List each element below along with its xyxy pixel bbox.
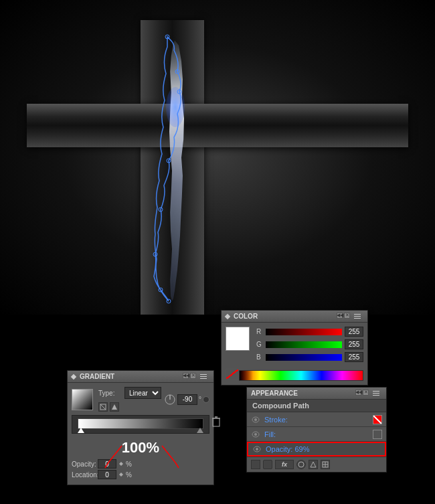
color-spectrum-container [226, 367, 363, 381]
svg-marker-10 [112, 404, 117, 410]
stroke-swatch[interactable] [373, 415, 382, 424]
appearance-fill-label: Fill: [264, 430, 373, 438]
color-g-slider[interactable] [266, 341, 342, 348]
appearance-opacity-label: Opacity: 69% [266, 445, 309, 453]
color-panel: COLOR ◀◀ ✕ R G [221, 310, 368, 386]
footer-fx-icon[interactable]: fx [275, 460, 294, 469]
gradient-opacity-label: Opacity: [72, 460, 95, 468]
color-r-value[interactable] [345, 327, 363, 337]
gradient-location-input[interactable] [98, 470, 116, 479]
panels-area: COLOR ◀◀ ✕ R G [0, 310, 435, 504]
color-spectrum-bar[interactable] [239, 370, 363, 381]
color-b-value[interactable] [345, 352, 363, 362]
svg-point-27 [298, 462, 304, 467]
color-sliders-container: R G B [256, 327, 363, 365]
gradient-opacity-pct: % [126, 460, 132, 468]
gradient-angle-icon [164, 394, 176, 406]
svg-point-26 [256, 448, 258, 450]
gradient-type-label: Type: [98, 390, 122, 397]
color-panel-menu[interactable] [354, 313, 363, 321]
location-stepper[interactable] [119, 473, 123, 477]
color-white-swatch[interactable] [226, 327, 250, 351]
footer-circle-icon[interactable] [296, 460, 306, 469]
footer-grid-icon[interactable] [321, 460, 330, 469]
gradient-icon-2[interactable] [110, 402, 119, 412]
color-g-label: G [256, 341, 263, 348]
svg-point-24 [254, 433, 257, 436]
svg-line-9 [100, 404, 106, 410]
color-r-row: R [256, 327, 363, 337]
opacity-visibility-icon[interactable] [252, 444, 262, 454]
opacity-stepper[interactable] [119, 462, 123, 466]
color-panel-close[interactable]: ✕ [344, 313, 350, 319]
gradient-diamond-icon [71, 373, 76, 379]
svg-point-21 [254, 418, 257, 421]
gradient-angle-input[interactable] [177, 394, 197, 405]
color-none-indicator [226, 369, 239, 380]
canvas-background [0, 0, 435, 315]
gradient-panel-close[interactable]: ✕ [190, 373, 196, 379]
gradient-panel-title-area: GRADIENT [72, 373, 114, 380]
color-r-slider[interactable] [266, 329, 342, 335]
gradient-location-label: Location: [72, 471, 95, 479]
gradient-bar-area [72, 415, 209, 434]
gradient-slider-container [72, 415, 209, 434]
gradient-angle-dot[interactable] [203, 396, 209, 403]
footer-square-icon[interactable] [251, 460, 260, 469]
gradient-icon-1[interactable] [98, 402, 108, 412]
appearance-panel-label: APPEARANCE [251, 390, 298, 397]
gradient-opacity-display-area: 100% [72, 439, 209, 456]
footer-rounded-icon[interactable] [263, 460, 272, 469]
gradient-preview-swatch[interactable] [72, 389, 93, 410]
gradient-bar[interactable] [78, 418, 203, 429]
fill-visibility-icon[interactable] [251, 430, 260, 439]
gradient-type-row: Type: Linear Radial [72, 387, 209, 412]
color-g-value[interactable] [345, 339, 363, 349]
stroke-visibility-icon[interactable] [251, 415, 260, 424]
color-g-row: G [256, 339, 363, 349]
appearance-panel-close[interactable]: ✕ [363, 390, 369, 396]
appearance-fill-row: Fill: [247, 427, 386, 442]
gradient-panel-menu[interactable] [200, 373, 209, 381]
gradient-delete-icon[interactable] [212, 416, 222, 430]
svg-line-22 [373, 416, 381, 424]
blade-selection-path [154, 37, 194, 305]
appearance-stroke-row: Stroke: [247, 412, 386, 427]
gradient-panel: GRADIENT ◀◀ ✕ Type: Linear R [67, 370, 214, 485]
gradient-type-select[interactable]: Linear Radial [124, 387, 161, 399]
appearance-panel-header: APPEARANCE ◀◀ ✕ [247, 388, 386, 400]
appearance-opacity-row[interactable]: Opacity: 69% [247, 442, 386, 456]
color-diamond-icon [225, 313, 230, 319]
degree-symbol: ° [199, 396, 201, 403]
gradient-panel-collapse[interactable]: ◀◀ [183, 373, 189, 379]
appearance-path-title-row: Compound Path [247, 400, 386, 412]
cross-horizontal [27, 104, 408, 147]
svg-marker-28 [311, 462, 316, 467]
fill-swatch[interactable] [373, 430, 382, 439]
appearance-panel-controls: ◀◀ ✕ [355, 390, 382, 398]
gradient-location-pct: % [126, 471, 132, 479]
footer-triangle-icon[interactable] [309, 460, 318, 469]
color-panel-header: COLOR ◀◀ ✕ [222, 311, 367, 323]
gradient-opacity-input[interactable] [98, 459, 116, 469]
gradient-angle-area: ° [164, 394, 209, 406]
appearance-panel-title-area: APPEARANCE [251, 390, 298, 397]
svg-rect-13 [213, 418, 220, 426]
gradient-opacity-value-large: 100% [122, 439, 159, 456]
color-panel-collapse[interactable]: ◀◀ [337, 313, 343, 319]
color-b-label: B [256, 353, 263, 361]
gradient-panel-controls: ◀◀ ✕ [183, 373, 209, 381]
appearance-path-label: Compound Path [252, 402, 309, 410]
gradient-stop-right[interactable] [197, 428, 203, 433]
color-panel-body: R G B [222, 323, 367, 385]
color-panel-label: COLOR [234, 313, 258, 320]
gradient-stop-left[interactable] [78, 428, 84, 433]
appearance-panel-menu[interactable] [373, 390, 382, 398]
appearance-panel-collapse[interactable]: ◀◀ [355, 390, 361, 396]
color-b-slider[interactable] [266, 354, 342, 361]
gradient-location-row: Location: % [72, 470, 209, 479]
gradient-opacity-large: 100% [122, 439, 159, 456]
color-r-label: R [256, 328, 263, 335]
gradient-panel-header: GRADIENT ◀◀ ✕ [68, 371, 213, 383]
appearance-panel-body: Compound Path Stroke: Fill: [247, 400, 386, 472]
